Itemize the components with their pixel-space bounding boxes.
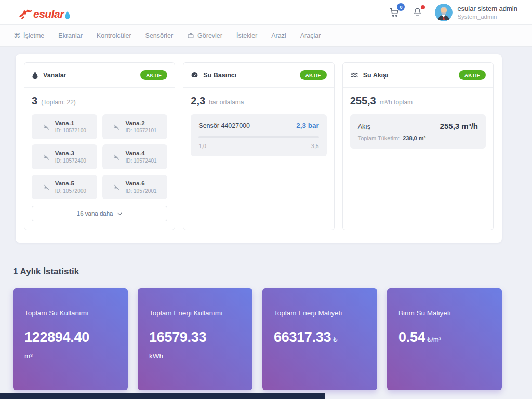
pressure-range-track xyxy=(198,136,318,138)
valve-off-icon xyxy=(113,183,121,191)
user-name: esular sistem admin xyxy=(457,5,517,12)
user-role: System_admin xyxy=(457,14,517,20)
valve-item[interactable]: Vana-6 ID: 10572001 xyxy=(102,175,168,200)
valve-id: ID: 10572400 xyxy=(55,158,86,164)
nav-label: İstekler xyxy=(236,32,257,39)
stat-card: Birim Su Maliyeti 0.54₺/m³ ₺/m³ xyxy=(387,288,502,390)
nav-item-gorevler[interactable]: Görevler xyxy=(187,32,222,39)
sensor-name: Sensör 44027000 xyxy=(198,122,250,129)
pressure-panel-header: Su Basıncı AKTIF xyxy=(183,63,334,88)
gauge-icon xyxy=(191,71,198,79)
valves-panel: Vanalar AKTIF 3 (Toplam: 22) xyxy=(24,62,175,230)
sensor-value: 2,3 bar xyxy=(296,122,319,129)
stat-value: 0.54₺/m³ xyxy=(398,329,490,345)
panel-title: Vanalar xyxy=(43,72,66,79)
cart-button[interactable]: 0 xyxy=(389,7,400,18)
nav-item-isletme[interactable]: ⌘ İşletme xyxy=(14,32,44,39)
flow-detail-card: Akış 255,3 m³/h Toplam Tüketim: 238,0 m³ xyxy=(350,114,486,149)
valve-item[interactable]: Vana-5 ID: 10572000 xyxy=(32,175,97,200)
water-drop-logo-icon xyxy=(64,11,71,19)
flow-total-unit: m³/h toplam xyxy=(380,99,413,106)
nav-item-istekler[interactable]: İstekler xyxy=(236,32,257,39)
status-badge: AKTIF xyxy=(140,70,167,80)
valve-id: ID: 10572101 xyxy=(125,128,156,134)
valve-name: Vana-2 xyxy=(125,120,156,126)
top-header: esular 0 xyxy=(0,0,532,25)
stat-card: Toplam Enerji Maliyeti 66317.33₺ ₺ xyxy=(262,288,377,390)
stat-value: 66317.33₺ xyxy=(274,329,366,345)
valve-id: ID: 10572001 xyxy=(125,188,156,194)
valve-name: Vana-5 xyxy=(55,180,86,187)
stat-unit: kWh xyxy=(149,352,241,360)
stat-value: 16579.33kWh xyxy=(149,329,241,345)
valve-off-icon xyxy=(43,153,50,161)
nav-label: Sensörler xyxy=(145,32,174,39)
stat-label: Birim Su Maliyeti xyxy=(398,309,490,317)
chevron-down-icon xyxy=(117,211,123,217)
valve-grid: Vana-1 ID: 10572100 Vana-2 I xyxy=(32,114,167,200)
monthly-stats-section: 1 Aylık İstatistik Toplam Su Kullanımı 1… xyxy=(13,267,502,390)
valve-item[interactable]: Vana-2 ID: 10572101 xyxy=(102,114,168,139)
valve-name: Vana-6 xyxy=(125,180,156,187)
pressure-average-unit: bar ortalama xyxy=(209,99,244,106)
avatar xyxy=(435,4,453,21)
valve-off-icon xyxy=(43,123,50,131)
show-more-label: 16 vana daha xyxy=(77,210,113,217)
valve-name: Vana-1 xyxy=(55,120,86,126)
stat-value: 122894.40m³ xyxy=(24,329,116,345)
pressure-average-value: 2,3 xyxy=(191,95,205,107)
flow-panel-header: Su Akışı AKTIF xyxy=(343,63,493,88)
flow-label: Akış xyxy=(358,123,370,130)
logo-text: esular xyxy=(33,8,64,19)
nav-item-kontrolculer[interactable]: Kontrolcüler xyxy=(97,32,131,39)
briefcase-icon xyxy=(187,32,194,39)
nav-item-araclar[interactable]: Araçlar xyxy=(300,32,321,39)
panel-title: Su Basıncı xyxy=(203,72,236,79)
stats-heading: 1 Aylık İstatistik xyxy=(13,267,502,277)
water-drop-icon xyxy=(32,71,38,79)
nav-label: İşletme xyxy=(23,32,44,39)
pressure-sensor-card: Sensör 44027000 2,3 bar 1,0 3,5 xyxy=(191,114,326,156)
valve-total-count: (Toplam: 22) xyxy=(41,99,76,106)
stat-unit: ₺ xyxy=(333,336,337,343)
command-icon: ⌘ xyxy=(14,32,20,39)
show-more-valves-button[interactable]: 16 vana daha xyxy=(32,206,167,221)
stat-label: Toplam Enerji Maliyeti xyxy=(274,309,366,317)
notifications-button[interactable] xyxy=(413,7,422,18)
status-badge: AKTIF xyxy=(300,70,327,80)
waves-icon xyxy=(350,72,358,79)
nav-label: Görevler xyxy=(197,32,222,39)
panel-title: Su Akışı xyxy=(363,72,389,79)
pressure-panel: Su Basıncı AKTIF 2,3 bar ortalama Sensör… xyxy=(183,62,334,230)
pressure-max: 3,5 xyxy=(311,143,319,149)
valve-off-icon xyxy=(43,183,50,191)
user-menu[interactable]: esular sistem admin System_admin xyxy=(435,4,517,21)
pressure-min: 1,0 xyxy=(198,143,206,149)
flow-panel: Su Akışı AKTIF 255,3 m³/h toplam Akış 25… xyxy=(342,62,494,230)
nav-item-arazi[interactable]: Arazi xyxy=(271,32,286,39)
valve-off-icon xyxy=(113,153,121,161)
valve-active-count: 3 xyxy=(32,95,37,107)
valve-name: Vana-3 xyxy=(55,150,86,156)
cart-badge: 0 xyxy=(397,3,405,11)
valve-item[interactable]: Vana-4 ID: 10572401 xyxy=(102,144,168,169)
nav-label: Araçlar xyxy=(300,32,321,39)
nav-label: Arazi xyxy=(271,32,286,39)
notification-dot xyxy=(421,5,425,9)
consumption-value: 238,0 m³ xyxy=(403,135,425,141)
valve-name: Vana-4 xyxy=(125,150,156,156)
overview-panels: Vanalar AKTIF 3 (Toplam: 22) xyxy=(16,54,502,243)
valve-item[interactable]: Vana-3 ID: 10572400 xyxy=(32,144,97,169)
stat-unit: ₺/m³ xyxy=(427,336,441,343)
valve-item[interactable]: Vana-1 ID: 10572100 xyxy=(32,114,97,139)
nav-item-ekranlar[interactable]: Ekranlar xyxy=(58,32,83,39)
esular-logo[interactable]: esular xyxy=(19,6,71,19)
valves-panel-header: Vanalar AKTIF xyxy=(24,63,175,88)
stat-card: Toplam Su Kullanımı 122894.40m³ m³ xyxy=(13,288,128,390)
stat-unit: m³ xyxy=(24,352,116,360)
nav-item-sensorler[interactable]: Sensörler xyxy=(145,32,174,39)
valve-off-icon xyxy=(113,123,121,131)
valve-id: ID: 10572100 xyxy=(55,128,86,134)
consumption-label: Toplam Tüketim: xyxy=(358,135,400,141)
valve-id: ID: 10572000 xyxy=(55,188,86,194)
